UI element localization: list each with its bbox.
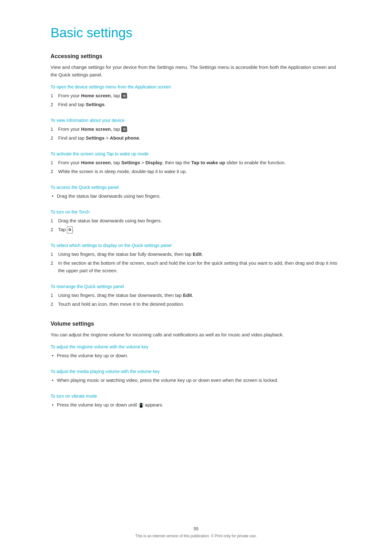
bold-text: Settings [86,102,105,107]
list-item: 2 Find and tap Settings > About phone. [51,134,341,142]
subsection-view-info-list: 1 From your Home screen, tap ⊞. 2 Find a… [51,125,341,142]
page-container: Basic settings Accessing settings View a… [0,0,392,453]
subsection-open-settings-list: 1 From your Home screen, tap ⊞. 2 Find a… [51,92,341,108]
subsection-select-settings-list: 1 Using two fingers, drag the status bar… [51,250,341,274]
accessing-settings-section: Accessing settings View and change setti… [51,53,341,308]
volume-settings-intro: You can adjust the ringtone volume for i… [51,331,341,339]
subsection-quick-settings-list: Drag the status bar downwards using two … [51,192,341,200]
subsection-ringtone-list: Press the volume key up or down. [51,352,341,359]
list-item: 2 Find and tap Settings. [51,101,341,108]
list-item: 1 From your Home screen, tap Settings > … [51,159,341,166]
subsection-vibrate: To turn on vibrate mode Press the volume… [51,394,341,409]
bold-text: Display [145,160,162,165]
page-number: 55 [0,526,392,531]
subsection-tap-wake: To activate the screen using Tap to wake… [51,151,341,175]
list-item: 1 From your Home screen, tap ⊞. [51,125,341,133]
list-item: 2 In the section at the bottom of the sc… [51,259,341,274]
subsection-tap-wake-title: To activate the screen using Tap to wake… [51,151,341,156]
subsection-ringtone: To adjust the ringtone volume with the v… [51,344,341,359]
subsection-vibrate-list: Press the volume key up or down until 📳 … [51,401,341,409]
page-footer: 55 This is an internet version of this p… [0,526,392,538]
bold-text: Settings [86,135,105,141]
volume-settings-section: Volume settings You can adjust the ringt… [51,321,341,409]
subsection-torch: To turn on the Torch 1 Drag the status b… [51,209,341,233]
list-item: 1 Using two fingers, drag the status bar… [51,292,341,299]
list-item: 1 From your Home screen, tap ⊞. [51,92,341,99]
subsection-rearrange-title: To rearrange the Quick settings panel [51,284,341,289]
subsection-open-settings: To open the device settings menu from th… [51,84,341,108]
subsection-rearrange: To rearrange the Quick settings panel 1 … [51,284,341,308]
subsection-view-info-title: To view information about your device [51,118,341,123]
accessing-settings-intro: View and change settings for your device… [51,63,341,79]
bold-text: Edit [193,251,202,257]
list-item: Press the volume key up or down. [51,352,341,359]
list-item: 1 Using two fingers, drag the status bar… [51,250,341,258]
page-title: Basic settings [51,25,341,40]
subsection-vibrate-title: To turn on vibrate mode [51,394,341,399]
subsection-torch-title: To turn on the Torch [51,209,341,214]
subsection-rearrange-list: 1 Using two fingers, drag the status bar… [51,292,341,308]
subsection-quick-settings: To access the Quick settings panel Drag … [51,185,341,200]
subsection-torch-list: 1 Drag the status bar downwards using tw… [51,217,341,233]
subsection-media-volume: To adjust the media playing volume with … [51,369,341,384]
subsection-view-info: To view information about your device 1 … [51,118,341,142]
subsection-open-settings-title: To open the device settings menu from th… [51,84,341,89]
list-item: When playing music or watching video, pr… [51,376,341,384]
volume-settings-title: Volume settings [51,321,341,327]
subsection-tap-wake-list: 1 From your Home screen, tap Settings > … [51,159,341,175]
subsection-media-volume-list: When playing music or watching video, pr… [51,376,341,384]
torch-icon: ✿ [67,226,73,233]
apps-icon: ⊞ [121,93,127,99]
bold-text: Settings [121,160,140,165]
accessing-settings-title: Accessing settings [51,53,341,60]
list-item: 2 Touch and hold an icon, then move it t… [51,300,341,308]
subsection-media-volume-title: To adjust the media playing volume with … [51,369,341,374]
bold-text: Edit [183,292,192,298]
subsection-quick-settings-title: To access the Quick settings panel [51,185,341,190]
subsection-select-settings-title: To select which settings to display on t… [51,243,341,248]
bold-text: Home screen [81,93,111,98]
bold-text: Home screen [81,160,111,165]
bold-text: Home screen [81,126,111,132]
list-item: 2 Tap ✿. [51,226,341,233]
list-item: Press the volume key up or down until 📳 … [51,401,341,409]
footer-note: This is an internet version of this publ… [0,534,392,538]
list-item: 1 Drag the status bar downwards using tw… [51,217,341,225]
subsection-select-settings: To select which settings to display on t… [51,243,341,274]
apps-icon: ⊞ [121,126,127,132]
list-item: 2 While the screen is in sleep mode, dou… [51,168,341,175]
vibrate-icon: 📳 [138,402,144,409]
list-item: Drag the status bar downwards using two … [51,192,341,200]
subsection-ringtone-title: To adjust the ringtone volume with the v… [51,344,341,349]
bold-text: About phone [110,135,139,141]
bold-text: Tap to wake up [191,160,225,165]
